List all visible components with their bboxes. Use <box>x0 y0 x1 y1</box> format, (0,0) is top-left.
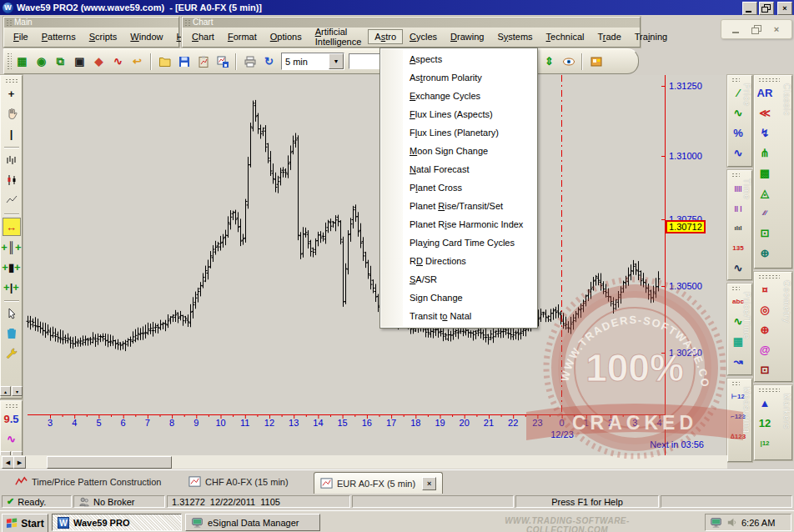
projection-arrow-tool[interactable]: ↝ <box>728 351 748 371</box>
time-marks-tool[interactable]: || | <box>728 198 748 218</box>
astro-menu-item-playing-card-time-cycles[interactable]: Playing Card Time Cycles <box>380 233 537 252</box>
start-button[interactable]: Start <box>2 514 48 532</box>
chart-canvas[interactable]: 1.312501.310001.307501.305001.30250 3456… <box>23 75 726 455</box>
open-button[interactable] <box>156 53 173 70</box>
rays-circle-tool[interactable]: ¤ <box>755 279 775 299</box>
bar-count-marker-tool[interactable]: |12 <box>755 433 775 453</box>
gann-95-tool[interactable]: 9.5 <box>3 409 21 428</box>
parallel-lines-tool[interactable]: ∕∕∕ <box>755 203 775 223</box>
indicators-button[interactable]: ∿ <box>109 53 127 70</box>
panel-grip[interactable] <box>758 274 780 279</box>
refresh-button[interactable]: ↻ <box>260 53 278 70</box>
count-marker-tool[interactable]: 12 <box>755 413 775 433</box>
menu-options[interactable]: Options <box>264 29 309 44</box>
squared-circle-tool[interactable]: ⊡ <box>755 359 775 379</box>
main-toolbar-caption[interactable]: Main <box>4 18 178 28</box>
menu-systems[interactable]: Systems <box>490 29 539 44</box>
network-tray-icon[interactable] <box>710 516 722 529</box>
expand-spacing-tool[interactable]: ↔ <box>3 218 21 236</box>
astro-menu-item-sign-change[interactable]: Sign Change <box>380 289 537 307</box>
count-135-tool[interactable]: 135 <box>728 238 748 258</box>
astro-menu-item-planet-rise-transit-set[interactable]: Planet Rise/Transit/Set <box>380 197 537 215</box>
panel-grip[interactable] <box>758 388 780 392</box>
square-spiral-tool[interactable]: ⊡ <box>755 223 775 243</box>
menu-artificial-intelligence[interactable]: Artificial Intelligence <box>309 24 369 49</box>
intraday-bars-tool[interactable]: ılıl <box>728 218 748 238</box>
menu-cycles[interactable]: Cycles <box>403 29 444 44</box>
menu-trade[interactable]: Trade <box>590 29 627 44</box>
price-projection-tool[interactable]: ∿ <box>728 143 748 163</box>
print-button[interactable] <box>241 53 259 70</box>
volume-tray-icon[interactable] <box>726 516 738 529</box>
astro-menu-item-flux-lines-aspects[interactable]: Flux Lines (Aspects) <box>380 105 537 123</box>
angles-ar-tool[interactable]: AR <box>755 83 775 103</box>
menu-training[interactable]: Training <box>628 29 674 44</box>
panel-grip[interactable] <box>758 78 780 82</box>
circled-cross-tool[interactable]: ⊕ <box>755 319 775 339</box>
concentric-circles-tool[interactable]: ◎ <box>755 299 775 319</box>
mdi-restore-button[interactable] <box>749 23 764 36</box>
astro-menu-item-astronum-polarity[interactable]: Astronum Polarity <box>380 68 537 87</box>
astro-menu-item-exchange-cycles[interactable]: Exchange Cycles <box>380 87 537 105</box>
save-button[interactable] <box>175 53 193 70</box>
cycle-wave-tool[interactable]: ∿ <box>3 429 21 448</box>
astro-menu-item-natal-forecast[interactable]: Natal Forecast <box>380 160 537 178</box>
document-tab-eur-a0-fx-5-min[interactable]: EUR A0-FX (5 min)× <box>314 472 443 494</box>
back-button[interactable]: ↩ <box>128 53 146 70</box>
hatch-square-tool[interactable]: ▩ <box>755 163 775 183</box>
menu-scripts[interactable]: Scripts <box>83 29 124 44</box>
document-tab-chf-a0-fx-15-min[interactable]: CHF A0-FX (15 min) <box>188 475 289 488</box>
menu-astro[interactable]: Astro <box>368 29 403 44</box>
panel-grip[interactable] <box>731 286 740 290</box>
tab-close-button[interactable]: × <box>422 477 436 490</box>
globe-search-tool[interactable]: ⊕ <box>755 243 775 263</box>
eye-button[interactable] <box>560 53 577 70</box>
save-chart-button[interactable] <box>214 53 231 70</box>
menu-drawing[interactable]: Drawing <box>444 29 490 44</box>
gann-fan-tool[interactable]: ≪ <box>755 103 775 123</box>
decrease-spacing-tool[interactable]: +|+ <box>3 278 21 296</box>
panel-scroll-arrow[interactable]: ▴ <box>0 386 11 396</box>
ray-fan-tool[interactable]: ⋔ <box>755 143 775 163</box>
line-chart-tool[interactable] <box>3 191 21 209</box>
crosshair-tool[interactable]: + <box>3 84 21 103</box>
taskbar-button-esignal-data-manager[interactable]: eSignal Data Manager <box>185 514 320 531</box>
panel-grip[interactable] <box>731 381 740 385</box>
menu-chart[interactable]: Chart <box>185 29 221 44</box>
copy-chart-button[interactable] <box>194 53 212 70</box>
astro-menu-item-rd-directions[interactable]: RD Directions <box>380 252 537 270</box>
panel-scroll-arrow[interactable]: ▾ <box>12 386 23 396</box>
spiral-tool[interactable]: @ <box>755 339 775 359</box>
mdi-minimize-button[interactable] <box>729 23 744 36</box>
triangle-marker-tool[interactable]: ▲ <box>755 393 775 413</box>
period-select[interactable]: 5 min▼ <box>281 53 344 70</box>
settings-tool[interactable] <box>3 344 21 363</box>
document-tab-time-price-pattern-construction[interactable]: Time/Price Pattern Construction <box>15 475 161 488</box>
time-wave-tool[interactable]: ∿ <box>728 258 748 278</box>
astro-menu-item-sa-sr[interactable]: SA/SR <box>380 270 537 289</box>
panel-grip[interactable] <box>731 78 740 82</box>
edit-objects-button[interactable]: ◆ <box>90 53 108 70</box>
minimize-button[interactable] <box>742 2 757 15</box>
candlestick-tool[interactable] <box>3 171 21 189</box>
vertical-scale-button[interactable]: ⇕ <box>540 53 558 70</box>
increase-spacing-tool[interactable]: +║+ <box>3 238 21 256</box>
new-console-button[interactable]: ▣ <box>71 53 88 70</box>
lightning-tool[interactable]: ↯ <box>755 123 775 143</box>
menu-format[interactable]: Format <box>221 29 264 44</box>
vertical-cursor-tool[interactable]: | <box>3 124 21 143</box>
menu-patterns[interactable]: Patterns <box>35 29 83 44</box>
chart-toolbar-caption[interactable]: Chart <box>183 18 640 28</box>
scroll-left-button[interactable]: ◀ <box>2 456 14 469</box>
taskbar-button-wave59-pro[interactable]: WWave59 PRO <box>52 514 182 531</box>
pointer-tool[interactable] <box>3 304 21 323</box>
hlc-bars-tool[interactable] <box>3 151 21 169</box>
astro-menu-item-transit-to-natal[interactable]: Transit to Natal <box>380 307 537 325</box>
new-circular-chart-button[interactable]: ◉ <box>33 53 50 70</box>
astro-menu-item-flux-lines-planetary[interactable]: Flux Lines (Planetary) <box>380 123 537 142</box>
mdi-close-button[interactable]: × <box>769 23 784 36</box>
notes-button[interactable] <box>587 53 605 70</box>
scroll-right-button[interactable]: ▶ <box>13 456 26 469</box>
astro-menu-item-planet-rise-harmonic-index[interactable]: Planet Rise Harmonic Index <box>380 215 537 233</box>
astro-menu-item-planet-cross[interactable]: Planet Cross <box>380 178 537 197</box>
